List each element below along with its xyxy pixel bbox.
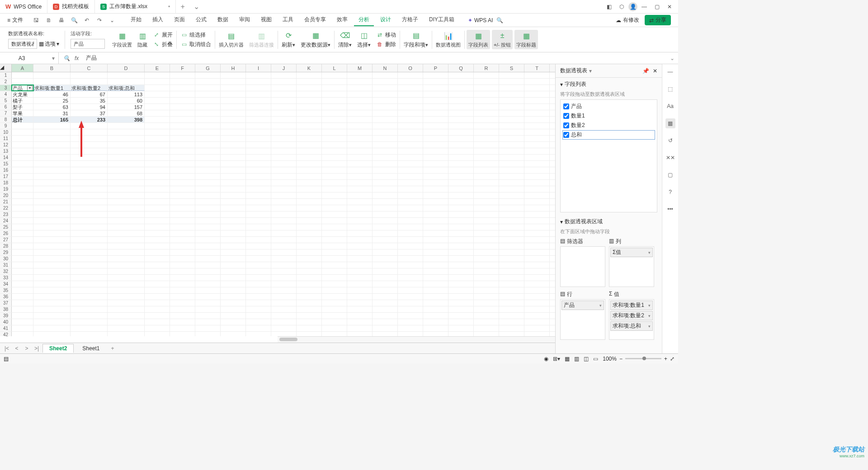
cell[interactable] [347, 306, 373, 312]
cell[interactable] [170, 294, 195, 300]
cell[interactable] [221, 167, 246, 173]
row-header[interactable]: 15 [0, 161, 12, 167]
cell[interactable] [71, 275, 108, 281]
cell[interactable] [108, 174, 145, 179]
cell[interactable] [12, 319, 33, 325]
cell[interactable] [474, 237, 499, 243]
cell[interactable] [474, 117, 499, 122]
cell[interactable] [524, 193, 550, 198]
cell[interactable] [271, 237, 297, 243]
cell[interactable] [12, 230, 33, 236]
cell[interactable] [499, 186, 524, 192]
cell[interactable] [170, 275, 195, 281]
cell[interactable] [145, 110, 170, 116]
cell[interactable] [499, 237, 524, 243]
cell[interactable] [170, 319, 195, 325]
cell[interactable] [524, 161, 550, 167]
namebox-dropdown-icon[interactable]: ▾ [52, 55, 55, 61]
save-icon[interactable]: 🖫 [32, 16, 40, 24]
cell[interactable] [347, 199, 373, 205]
cell[interactable] [398, 224, 423, 230]
cell[interactable] [448, 123, 474, 129]
col-C[interactable]: C [71, 64, 108, 72]
pin-icon[interactable]: 📌 [642, 68, 649, 74]
cell[interactable] [145, 161, 170, 167]
cell[interactable] [221, 313, 246, 319]
cell[interactable] [195, 319, 221, 325]
cell[interactable] [145, 91, 170, 97]
cell[interactable] [108, 306, 145, 312]
cell[interactable] [271, 193, 297, 198]
cell[interactable] [474, 199, 499, 205]
cell[interactable] [271, 281, 297, 287]
cell[interactable] [170, 230, 195, 236]
cell[interactable] [423, 104, 448, 110]
cell[interactable] [33, 79, 71, 85]
cell[interactable] [195, 180, 221, 186]
cell[interactable] [373, 123, 398, 129]
field-settings-button[interactable]: ▦字段设置 [110, 30, 134, 49]
cell[interactable] [499, 136, 524, 141]
cell[interactable] [448, 281, 474, 287]
col-R[interactable]: R [474, 64, 499, 72]
cell[interactable] [398, 142, 423, 148]
cell[interactable] [246, 230, 271, 236]
cell[interactable] [448, 262, 474, 268]
cell[interactable] [108, 313, 145, 319]
cell[interactable]: 求和项:总和 [108, 85, 145, 91]
cell[interactable] [108, 136, 145, 141]
cell[interactable] [297, 161, 322, 167]
cell[interactable] [12, 72, 33, 78]
cell[interactable] [322, 167, 347, 173]
cell[interactable] [221, 262, 246, 268]
cell[interactable] [448, 212, 474, 217]
cell[interactable] [499, 249, 524, 255]
cell[interactable] [33, 224, 71, 230]
cell[interactable] [474, 79, 499, 85]
cell[interactable] [195, 148, 221, 154]
cell[interactable] [423, 148, 448, 154]
cell[interactable] [524, 256, 550, 262]
cell[interactable] [398, 262, 423, 268]
cell[interactable] [271, 275, 297, 281]
cell[interactable] [448, 199, 474, 205]
cell[interactable] [246, 287, 271, 293]
cell[interactable] [322, 306, 347, 312]
pivot-chart-button[interactable]: 📊数据透视图 [434, 30, 462, 49]
cell[interactable] [474, 243, 499, 249]
cell[interactable] [524, 79, 550, 85]
cell[interactable] [145, 155, 170, 160]
cell[interactable] [195, 117, 221, 122]
cell[interactable] [398, 249, 423, 255]
cell[interactable] [108, 287, 145, 293]
cell[interactable] [71, 193, 108, 198]
cell[interactable] [448, 142, 474, 148]
cell[interactable] [499, 262, 524, 268]
wps-ai-button[interactable]: ✦ WPS AI 🔍 [468, 17, 503, 24]
cell[interactable] [271, 123, 297, 129]
active-field-input[interactable] [71, 39, 105, 49]
cell[interactable] [271, 85, 297, 91]
cell[interactable] [499, 287, 524, 293]
cell[interactable] [373, 224, 398, 230]
cell[interactable] [170, 72, 195, 78]
cell[interactable] [221, 275, 246, 281]
cell[interactable] [170, 262, 195, 268]
cell[interactable] [373, 117, 398, 122]
add-sheet-button[interactable]: + [108, 345, 117, 352]
row-header[interactable]: 19 [0, 186, 12, 192]
hamburger-menu[interactable]: ≡文件 [4, 16, 27, 24]
cell[interactable] [347, 218, 373, 224]
cell[interactable] [195, 287, 221, 293]
cell[interactable] [524, 313, 550, 319]
cell[interactable] [71, 249, 108, 255]
collapse-button[interactable]: ⤡折叠 [151, 40, 175, 49]
cell[interactable] [145, 224, 170, 230]
cell[interactable] [398, 148, 423, 154]
cell[interactable] [499, 268, 524, 274]
cell[interactable] [170, 148, 195, 154]
cell[interactable] [423, 325, 448, 331]
new-tab-button[interactable]: + [176, 0, 189, 13]
tab-review[interactable]: 审阅 [235, 14, 255, 26]
cell[interactable] [33, 287, 71, 293]
